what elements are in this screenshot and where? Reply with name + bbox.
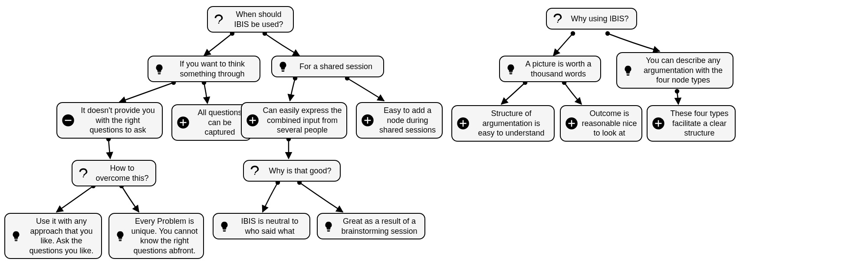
question-icon xyxy=(550,11,565,26)
svg-rect-18 xyxy=(65,120,72,121)
minus-icon xyxy=(61,113,76,128)
node-text: All questions can be captured xyxy=(193,108,247,137)
node-text: A picture is worth a thousand words xyxy=(521,59,596,79)
node-text: These four types facilitate a clear stru… xyxy=(668,109,730,138)
plus-icon xyxy=(651,116,666,131)
node-text: You can describe any argumentation with … xyxy=(638,56,728,85)
node-p-clear[interactable]: These four types facilitate a clear stru… xyxy=(647,105,736,142)
svg-point-12 xyxy=(571,32,575,35)
svg-point-16 xyxy=(675,90,679,93)
node-text: Every Problem is unique. You cannot know… xyxy=(130,216,199,255)
node-i-brain[interactable]: Great as a result of a brainstorming ses… xyxy=(317,213,425,239)
node-q-whygood[interactable]: Why is that good? xyxy=(243,160,341,182)
node-p-outcome[interactable]: Outcome is reasonable nice to look at xyxy=(560,105,642,142)
node-text: Why using IBIS? xyxy=(568,14,632,24)
node-text: IBIS is neutral to who said what xyxy=(234,216,305,236)
node-p-struct[interactable]: Structure of argumentation is easy to un… xyxy=(451,105,555,142)
plus-icon xyxy=(176,115,191,130)
plus-icon xyxy=(245,113,260,128)
lightbulb-icon xyxy=(621,63,635,78)
node-text: If you want to think something through xyxy=(169,59,255,79)
node-i-picture[interactable]: A picture is worth a thousand words xyxy=(499,56,601,82)
question-icon xyxy=(211,12,226,27)
node-i-think[interactable]: If you want to think something through xyxy=(148,56,260,82)
lightbulb-icon xyxy=(152,62,167,76)
lightbulb-icon xyxy=(9,229,23,243)
lightbulb-icon xyxy=(276,59,290,74)
lightbulb-icon xyxy=(113,229,128,243)
node-text: How to overcome this? xyxy=(93,163,151,183)
node-p-combine[interactable]: Can easily express the combined input fr… xyxy=(241,102,347,139)
node-text: Structure of argumentation is easy to un… xyxy=(473,109,549,138)
node-text: When should IBIS be used? xyxy=(229,10,289,29)
lightbulb-icon xyxy=(503,62,518,76)
node-i-anyappr[interactable]: Use it with any approach that you like. … xyxy=(4,213,102,259)
node-q-when[interactable]: When should IBIS be used? xyxy=(207,6,294,33)
node-text: For a shared session xyxy=(293,62,379,72)
node-text: Easy to add a node during shared session… xyxy=(378,106,437,135)
question-icon xyxy=(247,163,262,178)
lightbulb-icon xyxy=(321,219,336,234)
node-q-whyibis[interactable]: Why using IBIS? xyxy=(546,8,637,30)
node-i-fourtypes[interactable]: You can describe any argumentation with … xyxy=(616,52,733,89)
node-i-unique[interactable]: Every Problem is unique. You cannot know… xyxy=(108,213,204,259)
node-text: Use it with any approach that you like. … xyxy=(26,216,97,255)
plus-icon xyxy=(564,116,579,131)
plus-icon xyxy=(456,116,470,131)
svg-point-13 xyxy=(606,32,609,35)
node-p-allq[interactable]: All questions can be captured xyxy=(171,104,252,141)
plus-icon xyxy=(360,113,375,128)
node-text: Great as a result of a brainstorming ses… xyxy=(339,216,420,236)
node-text: Outcome is reasonable nice to look at xyxy=(582,109,637,138)
node-i-neutral[interactable]: IBIS is neutral to who said what xyxy=(213,213,310,239)
node-m-noq[interactable]: It doesn't provide you with the right qu… xyxy=(56,102,163,139)
lightbulb-icon xyxy=(217,219,232,234)
node-p-addnode[interactable]: Easy to add a node during shared session… xyxy=(356,102,443,139)
node-text: It doesn't provide you with the right qu… xyxy=(78,106,158,135)
question-icon xyxy=(76,166,91,181)
node-q-overcome[interactable]: How to overcome this? xyxy=(72,160,156,186)
diagram-canvas: When should IBIS be used? If you want to… xyxy=(0,0,868,262)
node-text: Why is that good? xyxy=(265,166,335,176)
node-text: Can easily express the combined input fr… xyxy=(263,106,342,135)
node-i-shared[interactable]: For a shared session xyxy=(271,56,384,77)
